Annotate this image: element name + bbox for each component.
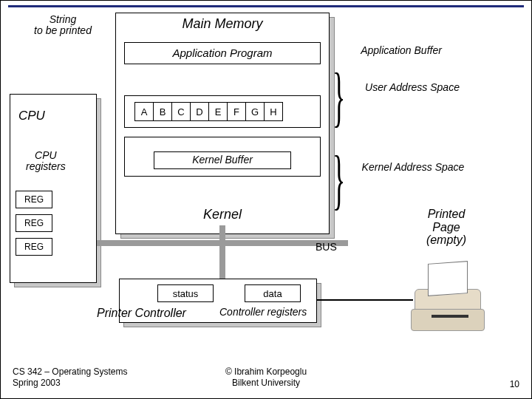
status-reg-box: status	[157, 284, 214, 302]
buffer-cell: H	[264, 102, 283, 121]
buffer-cell: C	[171, 102, 191, 121]
printer-icon	[415, 289, 485, 318]
application-program-label: Application Program	[172, 47, 272, 60]
kernel-label: Kernel	[185, 208, 259, 222]
printed-page-label: Printed Page (empty)	[413, 208, 480, 247]
user-address-space-label: User Address Space	[349, 82, 475, 93]
reg-box-2: REG	[16, 214, 52, 232]
controller-registers-label: Controller registers	[219, 307, 307, 318]
cpu-registers-label: CPU registers	[26, 150, 66, 173]
bus-memory-connector	[219, 225, 225, 243]
buffer-cell: A	[134, 102, 154, 121]
controller-printer-line	[317, 299, 413, 301]
data-reg-box: data	[245, 284, 301, 302]
string-to-print-label: String to be printed	[26, 14, 100, 37]
main-memory-title: Main Memory	[149, 17, 296, 32]
slide-number: 10	[510, 379, 519, 389]
reg-box-1: REG	[16, 191, 52, 208]
buffer-cell: F	[227, 102, 246, 121]
kernel-buffer-box: Kernel Buffer	[154, 151, 291, 169]
reg-box-3: REG	[16, 238, 52, 256]
buffer-cell: D	[190, 102, 209, 121]
brace-kernel: }	[332, 141, 345, 217]
buffer-cell: E	[208, 102, 228, 121]
buffer-cell: B	[153, 102, 172, 121]
brace-user: }	[332, 58, 345, 134]
buffer-cell: G	[245, 102, 265, 121]
bus-label: BUS	[316, 242, 337, 253]
kernel-buffer-label: Kernel Buffer	[192, 154, 253, 166]
cpu-label: CPU	[18, 109, 45, 123]
buffer-cells: ABCDEFGH	[134, 102, 283, 121]
printer-controller-label: Printer Controller	[97, 307, 186, 320]
application-program-box: Application Program	[124, 42, 321, 64]
bus-controller-connector	[219, 243, 225, 280]
application-buffer-label: Application Buffer	[349, 45, 453, 56]
footer-center: © Ibrahim Korpeoglu Bilkent University	[1, 366, 531, 389]
kernel-address-space-label: Kernel Address Space	[347, 162, 480, 173]
